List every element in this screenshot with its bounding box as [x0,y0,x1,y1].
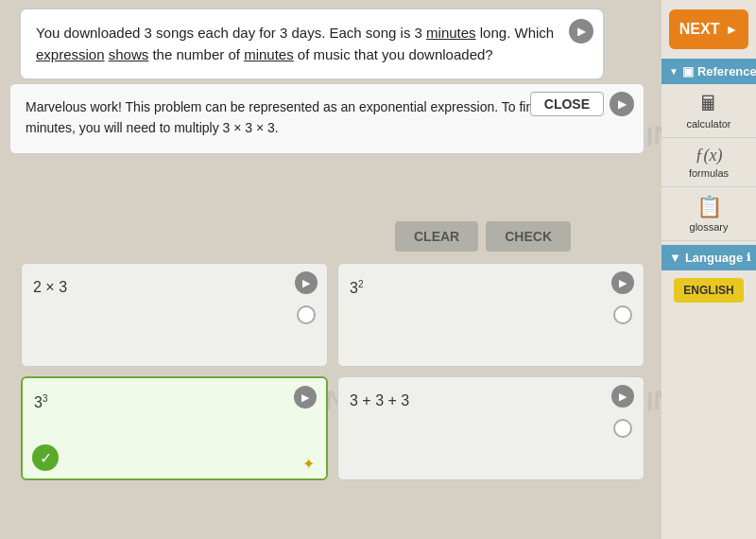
glossary-item[interactable]: 📋 glossary [662,187,756,241]
reference-triangle-icon: ▼ [669,66,679,77]
option1-text: 2 × 3 [33,279,316,296]
reference-section-header[interactable]: ▼ ▣ Reference [662,59,756,84]
calculator-icon: 🖩 [698,92,719,116]
option-card-2[interactable]: ▶ 32 [337,263,644,367]
action-buttons: CLEAR CheCK [395,221,571,252]
option2-text: 32 [350,279,632,297]
option2-radio[interactable] [613,305,632,324]
question-box: You downloaded 3 songs each day for 3 da… [19,8,605,80]
option-card-1[interactable]: ▶ 2 × 3 [21,263,328,367]
options-grid: ▶ 2 × 3 ▶ 32 ▶ 33 ✓ ✦ ▶ 3 + 3 + 3 [21,263,644,480]
language-title: Language [685,251,743,265]
option4-radio[interactable] [613,419,632,438]
formulas-item[interactable]: ƒ(x) formulas [662,138,756,187]
right-panel: NEXT ► ▼ ▣ Reference 🖩 calculator ƒ(x) f… [662,0,756,539]
calculator-label: calculator [686,118,730,130]
check-button[interactable]: CheCK [486,221,571,252]
feedback-audio-button[interactable]: ▶ [610,92,634,116]
formulas-icon: ƒ(x) [696,146,723,165]
calculator-item[interactable]: 🖩 calculator [662,84,756,138]
language-triangle-icon: ▼ [669,251,681,265]
minutes-link1[interactable]: minutes [426,25,476,41]
language-button[interactable]: ENGLISH [674,278,743,303]
option1-audio[interactable]: ▶ [295,271,318,294]
language-section-header[interactable]: ▼ Language ℹ [662,245,756,270]
option-card-3[interactable]: ▶ 33 ✓ ✦ [21,376,328,480]
next-label: NEXT [679,21,720,38]
option-card-4[interactable]: ▶ 3 + 3 + 3 [337,376,644,480]
option3-text: 33 [34,393,315,411]
glossary-label: glossary [690,221,729,233]
glossary-icon: 📋 [696,195,722,219]
formulas-label: formulas [689,167,729,179]
shows-link[interactable]: shows [109,46,149,62]
question-audio-button[interactable]: ▶ [569,19,593,43]
option4-audio[interactable]: ▶ [611,385,634,408]
feedback-box: CLOSE ▶ Marvelous work! This problem can… [9,83,644,154]
main-area: You downloaded 3 songs each day for 3 da… [0,0,662,539]
next-button[interactable]: NEXT ► [669,9,748,49]
next-arrow-icon: ► [725,22,738,37]
reference-title: Reference [697,64,756,78]
minutes-link2[interactable]: minutes [244,46,294,62]
clear-button[interactable]: CLEAR [395,221,478,252]
question-text: You downloaded 3 songs each day for 3 da… [36,25,554,62]
expression-link[interactable]: expression [36,46,105,62]
option4-text: 3 + 3 + 3 [350,392,632,409]
close-button[interactable]: CLOSE [530,92,604,116]
language-info-icon: ℹ [747,252,750,264]
option3-audio[interactable]: ▶ [294,386,317,409]
star-icon: ✦ [302,455,315,473]
option2-audio[interactable]: ▶ [611,271,634,294]
option1-radio[interactable] [297,305,316,324]
reference-icon-small: ▣ [682,64,694,78]
correct-checkmark-icon: ✓ [32,444,59,471]
